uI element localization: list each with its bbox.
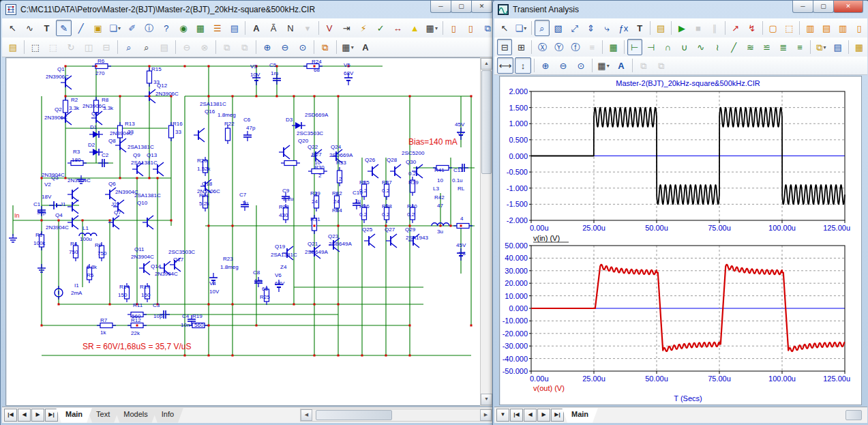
check-model-icon[interactable]: ▦ — [192, 20, 208, 36]
top-point-icon[interactable]: ≡ — [792, 39, 807, 55]
schematic-tab-text[interactable]: Text — [87, 408, 119, 423]
find-next-icon[interactable]: ⌕ — [138, 39, 155, 55]
find-component-tool[interactable]: ❏▾ — [107, 20, 123, 36]
next-page-button[interactable]: ▶ — [31, 409, 44, 422]
schematic-vertical-scrollbar[interactable]: ▲ ▼ — [480, 57, 493, 406]
scale-mode-icon[interactable]: ⌕ — [535, 20, 550, 36]
last-page-button[interactable]: ▶| — [551, 409, 564, 422]
select-tool[interactable]: ↖ — [497, 20, 512, 36]
vertical-tag-icon[interactable]: ⇕ — [584, 20, 599, 36]
first-page-button[interactable]: |◀ — [510, 409, 523, 422]
next-page-button[interactable]: ▶ — [537, 409, 550, 422]
scroll-down-button[interactable]: ▼ — [481, 394, 492, 405]
data-points-icon[interactable]: ↯ — [745, 20, 760, 36]
text-tool[interactable]: T — [39, 20, 55, 36]
attribute-text-icon[interactable]: A — [248, 20, 264, 36]
y-axis-scale-icon[interactable]: ↕ — [515, 57, 531, 74]
crosshair-cursor-icon[interactable]: ⊞ — [513, 39, 528, 55]
font-icon[interactable]: A — [357, 39, 374, 55]
scroll-up-button[interactable]: ▲ — [481, 58, 492, 70]
find-icon[interactable]: ⌕ — [121, 39, 137, 55]
zoom-in-icon[interactable]: ⊕ — [537, 57, 554, 74]
node-names-icon[interactable]: Ã — [265, 20, 281, 36]
go-to-y-icon[interactable]: Ⓨ — [552, 39, 567, 55]
stacked-plots-icon[interactable]: ▤ — [819, 20, 834, 36]
link-icon[interactable]: ◉ — [175, 20, 191, 36]
node-numbers-icon[interactable]: N — [283, 20, 299, 36]
schematic-canvas[interactable]: Q12N3906CR6270R1533Q122N3906CR23.3kR83.3… — [5, 57, 481, 406]
close-button[interactable]: ✕ — [471, 1, 492, 13]
select-region-icon[interactable]: ▢ — [766, 20, 781, 36]
pin-connections-icon[interactable]: ↔ — [390, 20, 406, 36]
bottom-point-icon[interactable]: ≣ — [776, 39, 791, 55]
cursor-mode-icon[interactable]: ▧ — [551, 20, 566, 36]
scrollbar-thumb[interactable] — [481, 70, 492, 174]
horizontal-cursor-icon[interactable]: ⊟ — [497, 39, 512, 55]
first-page-button[interactable]: |◀ — [4, 409, 17, 422]
properties-icon[interactable]: ▤ — [653, 20, 668, 36]
close-button[interactable]: ✕ — [833, 1, 863, 13]
prev-data-point-icon[interactable]: ⊣ — [644, 39, 659, 55]
font-icon[interactable]: A — [613, 57, 629, 74]
scroll-right-button[interactable]: ▶ — [480, 409, 492, 421]
graphics-tool[interactable]: ▣ — [90, 20, 106, 36]
grid-icon-dropdown[interactable]: ▾ — [435, 25, 438, 31]
clipboard-icon-dropdown[interactable]: ▾ — [823, 44, 826, 50]
edit-note-icon[interactable]: ▤ — [226, 20, 242, 36]
grid-icon-dropdown[interactable]: ▾ — [607, 63, 610, 69]
grid-icon[interactable]: ▦▾ — [424, 20, 440, 36]
calculator-icon[interactable]: ▦ — [852, 39, 867, 55]
point-tag-icon[interactable]: ⤢ — [567, 20, 582, 36]
help-icon[interactable]: ? — [158, 20, 174, 36]
new-page-icon[interactable]: ▯ — [446, 20, 462, 36]
high-icon[interactable]: ∿ — [693, 39, 708, 55]
horizontal-tag-icon[interactable]: ⤷ — [599, 20, 614, 36]
minimize-button[interactable]: ─ — [792, 1, 813, 13]
zoom-in-icon[interactable]: ⊕ — [259, 39, 275, 55]
wire-tool[interactable]: ✎ — [56, 20, 72, 36]
last-page-button[interactable]: ▶| — [45, 409, 58, 422]
numeric-output-icon[interactable]: ▤ — [830, 39, 845, 55]
maximize-button[interactable]: ▢ — [451, 1, 472, 13]
find-component-tool-dropdown[interactable]: ▾ — [118, 25, 121, 31]
analysis-tab-main[interactable]: Main — [562, 408, 598, 423]
clipboard-icon[interactable]: ⧉▾ — [813, 39, 828, 55]
normalize-icon[interactable]: ↗ — [728, 20, 743, 36]
page-flip-icon[interactable]: ⧉ — [317, 39, 333, 55]
x-axis-scale-icon[interactable]: ⟷ — [497, 57, 513, 74]
zoom-out-icon[interactable]: ⊖ — [277, 39, 293, 55]
prev-page-button[interactable]: ◀ — [524, 409, 537, 422]
component-icon[interactable]: ❏▾ — [513, 20, 528, 36]
text-tool[interactable]: T — [632, 20, 647, 36]
warning-icon[interactable]: ▲ — [407, 20, 423, 36]
formula-text-icon[interactable]: ƒx — [616, 20, 631, 36]
properties-icon[interactable]: ▤ — [5, 39, 21, 55]
component-icon-dropdown[interactable]: ▾ — [524, 25, 526, 31]
schematic-tab-models[interactable]: Models — [114, 408, 157, 423]
digital-paths-icon[interactable]: ☰ — [209, 20, 225, 36]
maximize-button[interactable]: ▢ — [813, 1, 834, 13]
info-icon[interactable]: ⓘ — [141, 20, 157, 36]
next-data-point-icon[interactable]: ⊢ — [627, 39, 642, 55]
global-low-icon[interactable]: ≌ — [760, 39, 775, 55]
pages-dropdown-button[interactable]: ▼ — [496, 409, 509, 422]
schematic-tab-main[interactable]: Main — [56, 408, 92, 423]
single-pane-icon[interactable]: ▯ — [852, 20, 867, 36]
one-plot-icon[interactable]: ▥ — [803, 20, 818, 36]
scroll-left-button[interactable]: ◀ — [301, 409, 312, 421]
schematic-horizontal-scrollbar[interactable]: ◀ ▶ — [300, 409, 492, 422]
scrollbar-thumb[interactable] — [845, 410, 862, 420]
prev-page-button[interactable]: ◀ — [18, 409, 31, 422]
grid-icon[interactable]: ▦▾ — [595, 57, 612, 74]
conditions-icon[interactable]: ✓ — [373, 20, 389, 36]
valley-icon[interactable]: ∪ — [676, 39, 691, 55]
peak-icon[interactable]: ∩ — [660, 39, 675, 55]
go-to-performance-icon[interactable]: ⓕ — [568, 39, 583, 55]
power-icon[interactable]: ⚡ — [356, 20, 372, 36]
go-to-x-icon[interactable]: Ⓧ — [535, 39, 550, 55]
schematic-titlebar[interactable]: C:\MC11\DATA\Petrov\Master-2(BJT)\Master… — [1, 1, 498, 18]
inflection-icon[interactable]: ╱ — [726, 39, 741, 55]
page-icon[interactable]: ▯ — [463, 20, 479, 36]
zoom-region-icon[interactable]: ⬚ — [782, 20, 797, 36]
flag-tool[interactable]: ✐ — [124, 20, 140, 36]
